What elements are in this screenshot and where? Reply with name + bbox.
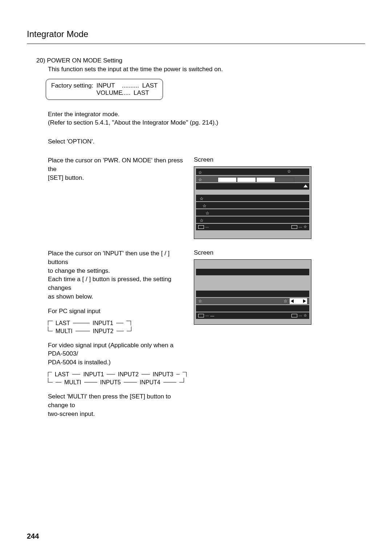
page-number: 244	[27, 532, 39, 540]
section-desc: This function sets the input at the time…	[48, 65, 365, 74]
nav-box-icon	[291, 225, 297, 229]
screen-mock-2: ☆ ☆ ··· — ···☆	[194, 259, 311, 325]
step-select-option: Select 'OPTION'.	[48, 137, 365, 146]
factory-setting-box: Factory setting: INPUT.......... LAST VO…	[46, 79, 163, 100]
screen-label-2: Screen	[194, 249, 314, 256]
step-refer: (Refer to section 5.4.1, "About the Inte…	[48, 118, 365, 127]
step-select-multi-1: Select 'MULTI' then press the [SET] butt…	[48, 392, 187, 410]
for-pc-label: For PC signal input	[48, 307, 187, 316]
step-enter: Enter the integrator mode.	[48, 110, 365, 119]
step-cursor-input-1: Place the cursor on 'INPUT' then use the…	[48, 249, 187, 267]
for-video-label-1: For video signal input (Applicable only …	[48, 341, 187, 358]
up-triangle-icon	[303, 185, 308, 187]
section-heading: 20) POWER ON MODE Setting	[36, 56, 365, 65]
nav-box-icon	[198, 314, 204, 317]
step-cursor-pwr-2: [SET] button.	[48, 174, 187, 182]
flow-video: LAST INPUT1 INPUT2 INPUT3 MULTI INPUT5	[48, 370, 187, 386]
flow-pc: LAST INPUT1 MULTI INPUT2	[48, 319, 187, 335]
screen-mock-1: ☆☆ ☆ ☆ ☆ ☆ ☆ ··· ···☆	[194, 166, 311, 239]
step-select-multi-2: two-screen input.	[48, 410, 187, 418]
screen-label-1: Screen	[194, 156, 314, 163]
for-video-label-2: PDA-5004 is installed.)	[48, 358, 187, 367]
step-each-time-1: Each time a [ / ] button is pressed, the…	[48, 275, 187, 292]
page-title: Integrator Mode	[27, 29, 365, 44]
step-each-time-2: as shown below.	[48, 292, 187, 301]
nav-box-icon	[291, 314, 297, 317]
step-cursor-input-2: to change the settings.	[48, 267, 187, 275]
left-right-arrows-icon	[290, 298, 307, 304]
step-cursor-pwr-1: Place the cursor on 'PWR. ON MODE' then …	[48, 156, 187, 174]
nav-box-icon	[198, 225, 204, 229]
